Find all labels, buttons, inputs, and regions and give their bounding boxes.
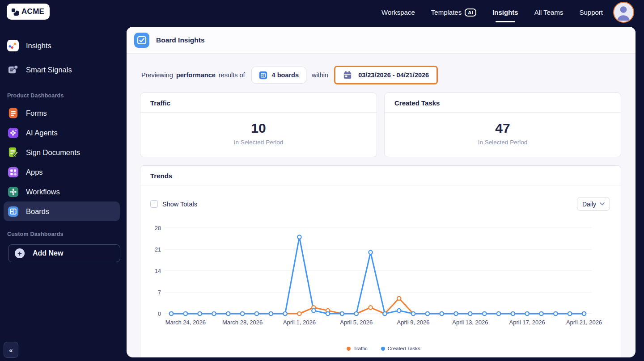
sidebar-item-label: Workflows (26, 188, 60, 196)
user-avatar[interactable] (613, 2, 634, 23)
nav-support[interactable]: Support (579, 7, 603, 18)
filter-text-metric: performance (176, 71, 216, 79)
nav-all-teams[interactable]: All Teams (534, 7, 564, 18)
active-tab-underline (496, 21, 515, 22)
traffic-legend-dot (347, 347, 351, 351)
svg-text:April 9, 2026: April 9, 2026 (397, 319, 430, 326)
sidebar-item-forms[interactable]: Forms (4, 103, 120, 123)
nav-templates[interactable]: Templates AI (431, 7, 476, 18)
show-totals-checkbox[interactable] (150, 200, 158, 208)
sidebar-item-label: AI Agents (26, 129, 58, 137)
trends-chart: 07142128March 24, 2026March 28, 2026Apri… (140, 222, 621, 351)
forms-icon (7, 107, 19, 119)
sidebar-item-label: Forms (26, 109, 47, 118)
insights-icon (7, 40, 19, 51)
ai-agents-icon (7, 127, 19, 139)
add-new-button[interactable]: + Add New (8, 244, 120, 262)
svg-text:April 1, 2026: April 1, 2026 (283, 319, 316, 326)
workflows-icon (7, 186, 19, 197)
svg-text:March 28, 2026: March 28, 2026 (222, 319, 263, 326)
sidebar-item-insights[interactable]: Insights (4, 34, 120, 57)
page-title: Board Insights (156, 36, 205, 44)
filter-text-prefix: Previewing (141, 71, 173, 79)
svg-text:21: 21 (155, 247, 161, 253)
smart-signals-icon (7, 64, 19, 76)
traffic-value: 10 (140, 121, 377, 136)
sidebar-item-ai-agents[interactable]: AI Agents (4, 123, 120, 143)
sidebar-item-smart-signals[interactable]: Smart Signals (4, 59, 120, 81)
created-tasks-legend-dot (381, 347, 385, 351)
sign-documents-icon (7, 147, 19, 158)
apps-icon (7, 166, 19, 178)
date-range-label: 03/23/2026 - 04/21/2026 (358, 71, 429, 79)
sidebar-item-apps[interactable]: Apps (4, 162, 120, 182)
logo-text: ACME (21, 7, 44, 16)
calendar-icon (343, 71, 352, 80)
svg-text:March 24, 2026: March 24, 2026 (165, 319, 206, 326)
svg-text:April 5, 2026: April 5, 2026 (340, 319, 373, 326)
chart-legend: Traffic Created Tasks (146, 346, 621, 351)
filter-text-within: within (312, 71, 328, 79)
interval-value: Daily (582, 201, 596, 208)
created-tasks-card-title: Created Tasks (385, 93, 621, 113)
trends-card: Trends Show Totals Daily 07142128March 2… (140, 165, 621, 357)
plus-icon: + (15, 248, 25, 258)
acme-logo[interactable]: ACME (7, 4, 50, 20)
traffic-card: Traffic 10 In Selected Period (140, 92, 377, 157)
sidebar-item-boards[interactable]: Boards (4, 201, 120, 221)
svg-text:7: 7 (158, 290, 161, 296)
acme-logo-icon (11, 8, 19, 16)
section-custom-dashboards: Custom Dashboards (0, 221, 123, 242)
created-tasks-card: Created Tasks 47 In Selected Period (384, 92, 621, 157)
nav-workspace[interactable]: Workspace (381, 7, 415, 18)
svg-text:0: 0 (158, 311, 161, 317)
sidebar-item-label: Insights (26, 42, 51, 50)
chevron-down-icon (600, 202, 605, 206)
sidebar-item-sign-documents[interactable]: Sign Documents (4, 143, 120, 162)
svg-text:28: 28 (155, 225, 161, 231)
boards-selector-button[interactable]: 4 boards (251, 67, 306, 84)
main-panel: Board Insights Previewing performance re… (127, 27, 636, 357)
interval-select[interactable]: Daily (577, 197, 610, 211)
person-icon (614, 3, 633, 21)
created-tasks-value: 47 (385, 121, 621, 136)
svg-text:April 13, 2026: April 13, 2026 (452, 319, 488, 326)
sidebar-item-label: Boards (26, 207, 49, 216)
section-product-dashboards: Product Dashboards (0, 83, 123, 103)
nav-insights[interactable]: Insights (492, 7, 518, 18)
collapse-icon: « (9, 346, 13, 354)
boards-count-label: 4 boards (272, 71, 299, 79)
sidebar-item-label: Apps (26, 168, 43, 176)
collapse-sidebar-button[interactable]: « (4, 342, 18, 358)
topbar: ACME Workspace Templates AI Insights All… (0, 0, 644, 25)
trends-chart-svg: 07142128March 24, 2026March 28, 2026Apri… (146, 222, 611, 331)
svg-text:April 17, 2026: April 17, 2026 (509, 319, 545, 326)
top-navigation: Workspace Templates AI Insights All Team… (381, 0, 603, 25)
add-new-label: Add New (33, 249, 63, 257)
date-range-button[interactable]: 03/23/2026 - 04/21/2026 (334, 66, 438, 84)
trends-title: Trends (140, 166, 621, 185)
traffic-card-title: Traffic (140, 93, 377, 113)
stat-cards-row: Traffic 10 In Selected Period Created Ta… (140, 92, 621, 157)
sidebar: Insights Smart Signals Product Dashboard… (0, 25, 123, 361)
filter-bar: Previewing performance results of 4 boar… (141, 66, 636, 84)
panel-header: Board Insights (127, 27, 636, 54)
boards-button-icon (259, 71, 267, 80)
show-totals-label: Show Totals (162, 201, 197, 208)
board-insights-icon (134, 33, 149, 48)
sidebar-item-workflows[interactable]: Workflows (4, 182, 120, 201)
boards-icon (7, 206, 19, 217)
svg-text:April 21, 2026: April 21, 2026 (566, 319, 602, 326)
legend-created-tasks: Created Tasks (381, 346, 420, 351)
ai-badge: AI (465, 8, 476, 17)
legend-traffic: Traffic (347, 346, 367, 351)
sidebar-item-label: Sign Documents (26, 148, 80, 157)
filter-text-middle: results of (219, 71, 245, 79)
svg-text:14: 14 (155, 268, 161, 274)
traffic-caption: In Selected Period (140, 139, 377, 146)
sidebar-item-label: Smart Signals (26, 66, 72, 74)
created-tasks-caption: In Selected Period (385, 139, 621, 146)
